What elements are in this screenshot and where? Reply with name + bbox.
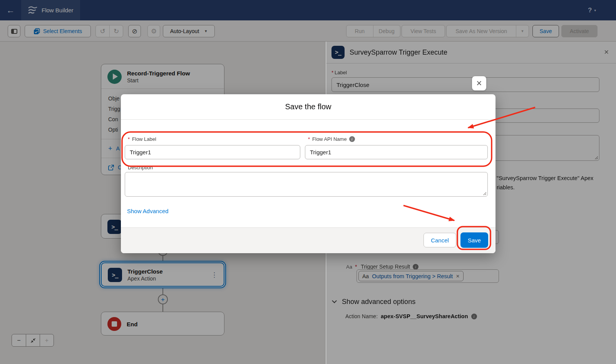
minus-icon: − [17, 337, 20, 344]
text-type-icon: Aa [362, 273, 369, 279]
zoom-in-button[interactable]: + [40, 334, 54, 346]
disable-flow-button[interactable]: ⊘ [128, 25, 141, 37]
show-advanced-options-label: Show advanced options [342, 298, 415, 306]
modal-title: Save the flow [285, 102, 331, 111]
action-name-value: apex-SVSP__SurveyShareAction [381, 313, 468, 319]
close-icon: ✕ [476, 79, 482, 88]
apex-terminal-icon: >_ [107, 220, 122, 234]
undo-button[interactable]: ↺ [96, 25, 109, 37]
description-label: Description [128, 165, 153, 170]
save-as-new-version-button[interactable]: Save As New Version [447, 25, 516, 37]
modal-save-button[interactable]: Save [460, 232, 488, 248]
cancel-label: Cancel [431, 237, 449, 244]
run-button[interactable]: Run [346, 25, 373, 37]
panel-header: >_ SurveySparrow Trigger Execute ✕ [326, 42, 616, 63]
save-flow-modal: Save the flow * Flow Label * Flow API Na… [121, 94, 495, 253]
node-menu-button[interactable]: ⋮ [211, 270, 218, 279]
plus-icon: + [45, 337, 49, 344]
resize-handle[interactable] [482, 191, 486, 195]
info-icon[interactable]: i [349, 136, 355, 142]
multi-select-icon [33, 28, 40, 35]
fit-to-view-button[interactable] [26, 334, 40, 346]
select-elements-label: Select Elements [43, 28, 82, 34]
canvas-zoom-controls: − + [12, 334, 54, 347]
modal-header: Save the flow [121, 94, 495, 120]
app-title: Flow Builder [42, 7, 74, 13]
add-element-button[interactable]: + [158, 294, 168, 304]
layout-dropdown-value: Auto-Layout [170, 28, 199, 34]
back-arrow-icon: ← [7, 5, 15, 15]
chevron-down-icon [332, 298, 337, 303]
resize-handle[interactable] [594, 155, 598, 159]
flow-label-input[interactable] [125, 145, 300, 159]
panel-close-button[interactable]: ✕ [604, 48, 609, 56]
resource-pill-label: Outputs from Triggering > Result [372, 273, 453, 279]
trigger-setup-result-label: Aa * Trigger Setup Result i [346, 264, 418, 270]
kebab-icon: ⋮ [211, 271, 218, 278]
trigger-close-node[interactable]: >_ TriggerClose Apex Action ⋮ [101, 262, 224, 287]
view-tests-label: View Tests [410, 28, 436, 34]
prohibit-icon: ⊘ [132, 27, 137, 35]
settings-button[interactable]: ⚙ [147, 25, 160, 37]
save-as-new-version-split-button: Save As New Version ▼ [446, 25, 529, 37]
external-link-icon [108, 165, 114, 170]
panel-help-text-line2: riables. [497, 184, 515, 190]
chevron-down-icon: ▼ [521, 29, 524, 33]
panel-help-text-line1: "SurveySparrow Trigger Execute" Apex [497, 175, 593, 181]
help-menu[interactable]: ? ▾ [588, 0, 596, 20]
label-field-label: *Label [331, 70, 347, 75]
label-input[interactable] [331, 77, 599, 92]
cancel-button[interactable]: Cancel [424, 233, 456, 247]
info-icon[interactable]: i [471, 314, 477, 319]
trigger-node-title: TriggerClose [127, 268, 163, 275]
panel-toggle-icon [11, 29, 17, 34]
plus-icon: + [108, 145, 112, 152]
apex-terminal-icon: >_ [331, 46, 345, 59]
save-as-new-version-menu-button[interactable]: ▼ [516, 25, 529, 37]
chevron-down-icon: ▼ [204, 29, 208, 33]
description-textarea[interactable] [125, 172, 488, 197]
activate-button[interactable]: Activate [561, 25, 598, 37]
resource-pill[interactable]: Aa Outputs from Triggering > Result ✕ [358, 271, 464, 281]
end-node-title: End [127, 321, 137, 328]
show-advanced-options-toggle[interactable]: Show advanced options [333, 298, 415, 306]
debug-label: Debug [379, 28, 395, 34]
flow-builder-logo-icon [27, 6, 37, 15]
debug-button[interactable]: Debug [373, 25, 400, 37]
flow-api-name-label: * Flow API Name i [308, 136, 355, 142]
toggle-toolbox-button[interactable] [8, 25, 20, 37]
start-node-header: Record-Triggered Flow Start [101, 64, 224, 89]
redo-icon: ↻ [114, 27, 119, 35]
modal-save-label: Save [468, 237, 481, 244]
show-advanced-link[interactable]: Show Advanced [127, 208, 169, 214]
toolbar-save-button[interactable]: Save [532, 25, 559, 37]
remove-pill-icon[interactable]: ✕ [456, 274, 460, 279]
close-icon: ✕ [604, 49, 609, 55]
view-tests-button[interactable]: View Tests [402, 25, 445, 37]
help-icon: ? [588, 7, 592, 14]
text-type-icon: Aa [346, 264, 352, 270]
action-name-row: Action Name: apex-SVSP__SurveyShareActio… [345, 313, 477, 319]
action-name-label: Action Name: [345, 313, 378, 319]
back-button[interactable]: ← [0, 0, 21, 20]
layout-dropdown[interactable]: Auto-Layout ▼ [163, 25, 215, 37]
redo-button[interactable]: ↻ [109, 25, 123, 37]
select-elements-button[interactable]: Select Elements [25, 25, 91, 37]
trigger-setup-result-combobox[interactable]: Aa Outputs from Triggering > Result ✕ [357, 269, 499, 283]
end-node[interactable]: End [101, 312, 224, 336]
collapse-arrows-icon [30, 338, 36, 343]
chevron-down-icon: ▾ [594, 8, 596, 12]
flow-builder-tab: Flow Builder [21, 0, 80, 20]
start-play-icon [107, 70, 122, 84]
flow-label-label: * Flow Label [128, 136, 156, 142]
flow-api-name-input[interactable] [305, 145, 488, 159]
modal-footer: Cancel Save [121, 227, 495, 253]
run-debug-group: Run Debug [346, 25, 400, 37]
gear-icon: ⚙ [151, 27, 157, 35]
undo-icon: ↺ [100, 27, 105, 35]
start-node-subtitle: Start [127, 77, 190, 84]
modal-close-button[interactable]: ✕ [472, 76, 486, 90]
start-node-title: Record-Triggered Flow [127, 70, 190, 77]
info-icon[interactable]: i [413, 264, 418, 270]
zoom-out-button[interactable]: − [12, 334, 26, 346]
